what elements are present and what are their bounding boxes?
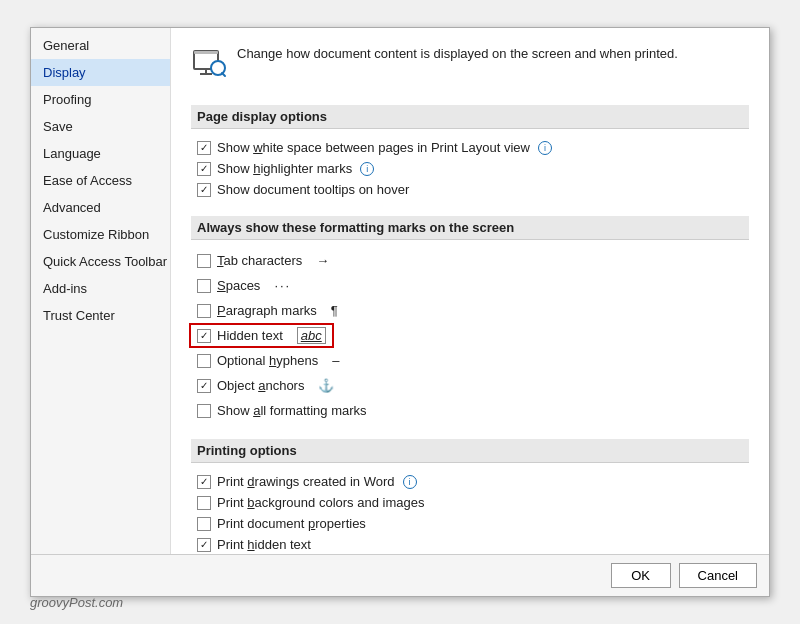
word-options-dialog: GeneralDisplayProofingSaveLanguageEase o… (30, 27, 770, 597)
printing-options: Print drawings created in WordiPrint bac… (191, 471, 749, 554)
sidebar-item-customize-ribbon[interactable]: Customize Ribbon (31, 221, 170, 248)
sidebar-item-trust-center[interactable]: Trust Center (31, 302, 170, 329)
fm-option-4: Optional hyphens– (191, 350, 749, 371)
checkbox-fm-4[interactable] (197, 354, 211, 368)
fm-option-highlighted-3: Hidden textabc (191, 325, 332, 346)
printing-label-1: Print background colors and images (217, 495, 424, 510)
main-content: Change how document content is displayed… (171, 28, 769, 554)
option-label-pd-1: Show highlighter marks (217, 161, 352, 176)
info-icon-pd-0: i (538, 141, 552, 155)
printing-label-3: Print hidden text (217, 537, 311, 552)
fm-option-6: Show all formatting marks (191, 400, 749, 421)
page-display-title: Page display options (191, 105, 749, 129)
sidebar-item-save[interactable]: Save (31, 113, 170, 140)
checkbox-fm-6[interactable] (197, 404, 211, 418)
sidebar-item-advanced[interactable]: Advanced (31, 194, 170, 221)
fm-option-wrapper-4: Optional hyphens– (191, 348, 749, 373)
printing-option-3: Print hidden text (191, 534, 749, 554)
fm-label-5: Object anchors (217, 378, 304, 393)
sidebar-item-general[interactable]: General (31, 32, 170, 59)
printing-label-0: Print drawings created in Word (217, 474, 395, 489)
fm-icon-5: ⚓ (318, 378, 334, 393)
checkbox-print-2[interactable] (197, 517, 211, 531)
fm-option-1: Spaces··· (191, 275, 749, 296)
formatting-marks-options: Tab characters→Spaces···Paragraph marks¶… (191, 248, 749, 423)
checkbox-pd-0[interactable] (197, 141, 211, 155)
checkbox-print-1[interactable] (197, 496, 211, 510)
fm-label-4: Optional hyphens (217, 353, 318, 368)
printing-section: Printing options Print drawings created … (191, 439, 749, 554)
printing-option-2: Print document properties (191, 513, 749, 534)
printing-title: Printing options (191, 439, 749, 463)
checkbox-pd-2[interactable] (197, 183, 211, 197)
fm-icon-1: ··· (274, 278, 291, 293)
fm-option-wrapper-0: Tab characters→ (191, 248, 749, 273)
fm-option-0: Tab characters→ (191, 250, 749, 271)
checkbox-fm-3[interactable] (197, 329, 211, 343)
fm-option-wrapper-5: Object anchors⚓ (191, 373, 749, 398)
checkbox-pd-1[interactable] (197, 162, 211, 176)
display-icon (191, 46, 227, 89)
cancel-button[interactable]: Cancel (679, 563, 757, 588)
fm-label-3: Hidden text (217, 328, 283, 343)
fm-option-wrapper-3: Hidden textabc (191, 323, 749, 348)
option-label-pd-0: Show white space between pages in Print … (217, 140, 530, 155)
info-icon-pd-1: i (360, 162, 374, 176)
formatting-marks-title: Always show these formatting marks on th… (191, 216, 749, 240)
page-display-section: Page display options Show white space be… (191, 105, 749, 200)
sidebar: GeneralDisplayProofingSaveLanguageEase o… (31, 28, 171, 554)
fm-label-6: Show all formatting marks (217, 403, 367, 418)
checkbox-fm-2[interactable] (197, 304, 211, 318)
page-display-option-1: Show highlighter marksi (191, 158, 749, 179)
printing-option-1: Print background colors and images (191, 492, 749, 513)
fm-option-wrapper-6: Show all formatting marks (191, 398, 749, 423)
fm-icon-4: – (332, 353, 339, 368)
sidebar-item-add-ins[interactable]: Add-ins (31, 275, 170, 302)
svg-rect-1 (194, 51, 218, 54)
fm-icon-0: → (316, 253, 329, 268)
svg-line-5 (222, 73, 225, 76)
page-display-options: Show white space between pages in Print … (191, 137, 749, 200)
header-description: Change how document content is displayed… (237, 44, 678, 64)
checkbox-print-0[interactable] (197, 475, 211, 489)
dialog-footer: OK Cancel (31, 554, 769, 596)
checkbox-print-3[interactable] (197, 538, 211, 552)
option-label-pd-2: Show document tooltips on hover (217, 182, 409, 197)
checkbox-fm-1[interactable] (197, 279, 211, 293)
page-display-option-0: Show white space between pages in Print … (191, 137, 749, 158)
dialog-body: GeneralDisplayProofingSaveLanguageEase o… (31, 28, 769, 554)
checkbox-fm-5[interactable] (197, 379, 211, 393)
fm-label-2: Paragraph marks (217, 303, 317, 318)
sidebar-item-ease-of-access[interactable]: Ease of Access (31, 167, 170, 194)
fm-option-5: Object anchors⚓ (191, 375, 749, 396)
fm-icon-2: ¶ (331, 303, 338, 318)
ok-button[interactable]: OK (611, 563, 671, 588)
fm-label-1: Spaces (217, 278, 260, 293)
info-icon-print-0: i (403, 475, 417, 489)
fm-option-wrapper-1: Spaces··· (191, 273, 749, 298)
page-display-option-2: Show document tooltips on hover (191, 179, 749, 200)
printing-label-2: Print document properties (217, 516, 366, 531)
content-header: Change how document content is displayed… (191, 44, 749, 89)
sidebar-item-quick-access-toolbar[interactable]: Quick Access Toolbar (31, 248, 170, 275)
fm-option-2: Paragraph marks¶ (191, 300, 749, 321)
sidebar-item-display[interactable]: Display (31, 59, 170, 86)
watermark: groovyPost.com (30, 595, 123, 610)
fm-icon-3: abc (297, 327, 326, 344)
checkbox-fm-0[interactable] (197, 254, 211, 268)
printing-option-0: Print drawings created in Wordi (191, 471, 749, 492)
formatting-marks-section: Always show these formatting marks on th… (191, 216, 749, 423)
fm-label-0: Tab characters (217, 253, 302, 268)
sidebar-item-language[interactable]: Language (31, 140, 170, 167)
fm-option-wrapper-2: Paragraph marks¶ (191, 298, 749, 323)
sidebar-item-proofing[interactable]: Proofing (31, 86, 170, 113)
